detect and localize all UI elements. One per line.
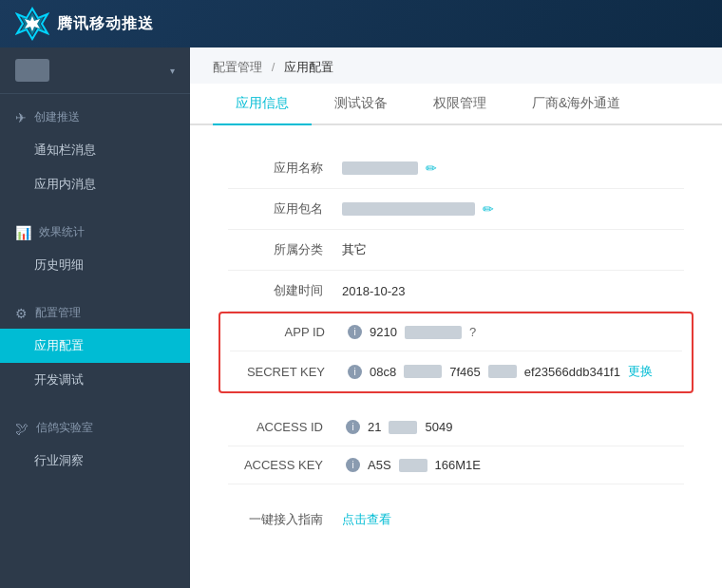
sidebar-user[interactable]: ▾ <box>0 47 190 94</box>
field-label-secret-key: SECRET KEY <box>230 365 344 379</box>
user-dropdown-arrow: ▾ <box>170 66 175 76</box>
package-name-blurred <box>342 202 475 216</box>
category-value: 其它 <box>342 241 367 258</box>
info-icon-app-id[interactable]: i <box>348 325 362 339</box>
field-category: 所属分类 其它 <box>228 230 684 271</box>
content-area: 配置管理 / 应用配置 应用信息 测试设备 权限管理 厂商&海外通道 应用名称 <box>190 47 722 588</box>
sidebar-section-lab: 🕊 信鸽实验室 行业洞察 <box>0 405 190 485</box>
access-key-prefix: A5S <box>368 458 391 472</box>
sidebar-group-create[interactable]: ✈ 创建推送 <box>0 102 190 133</box>
field-label-app-name: 应用名称 <box>228 160 342 177</box>
secret-key-blurred-2 <box>488 365 517 378</box>
created-time-value: 2018-10-23 <box>342 284 406 298</box>
edit-app-name-icon[interactable]: ✏ <box>426 161 437 176</box>
field-label-guide: 一键接入指南 <box>228 511 342 528</box>
field-value-package-name: ✏ <box>342 201 494 217</box>
sidebar-item-industry[interactable]: 行业洞察 <box>0 444 190 478</box>
secret-key-suffix: ef23566ddb341f1 <box>524 365 620 379</box>
access-id-suffix: 5049 <box>425 420 452 434</box>
sidebar-section-config: ⚙ 配置管理 应用配置 开发调试 <box>0 290 190 405</box>
access-key-blurred <box>399 459 428 472</box>
field-label-created-time: 创建时间 <box>228 282 342 299</box>
highlight-section: APP ID i 9210 ? SECRET KEY i 08c8 <box>218 312 694 393</box>
field-app-id: APP ID i 9210 ? <box>230 313 682 351</box>
access-id-prefix: 21 <box>368 420 381 434</box>
secret-key-prefix: 08c8 <box>370 365 396 379</box>
app-id-suffix: ? <box>469 325 476 339</box>
field-value-access-key: i A5S 166M1E <box>342 458 481 472</box>
sidebar-group-config-label: 配置管理 <box>35 305 81 321</box>
field-access-key: ACCESS KEY i A5S 166M1E <box>228 446 684 484</box>
config-icon: ⚙ <box>15 306 28 321</box>
logo-text: 腾讯移动推送 <box>57 14 154 34</box>
sidebar-group-config[interactable]: ⚙ 配置管理 <box>0 297 190 329</box>
tab-app-info[interactable]: 应用信息 <box>213 84 312 125</box>
tab-permissions[interactable]: 权限管理 <box>410 84 509 125</box>
access-key-suffix: 166M1E <box>435 458 481 472</box>
sidebar-group-create-label: 创建推送 <box>34 109 80 125</box>
field-value-category: 其它 <box>342 241 367 258</box>
info-icon-secret-key[interactable]: i <box>348 365 362 379</box>
sidebar-item-notification[interactable]: 通知栏消息 <box>0 133 190 167</box>
guide-link[interactable]: 点击查看 <box>342 511 391 528</box>
sidebar-item-history[interactable]: 历史明细 <box>0 248 190 282</box>
app-name-blurred <box>342 161 418 175</box>
logo-icon <box>15 7 49 41</box>
field-package-name: 应用包名 ✏ <box>228 189 684 230</box>
sidebar-group-lab[interactable]: 🕊 信鸽实验室 <box>0 412 190 444</box>
tab-vendor[interactable]: 厂商&海外通道 <box>509 84 643 125</box>
tab-bar: 应用信息 测试设备 权限管理 厂商&海外通道 <box>190 84 722 125</box>
field-label-access-key: ACCESS KEY <box>228 458 342 472</box>
logo-area: 腾讯移动推送 <box>15 7 154 41</box>
breadcrumb-current: 应用配置 <box>284 60 333 74</box>
field-value-app-id: i 9210 ? <box>344 325 476 339</box>
info-icon-access-key[interactable]: i <box>346 458 360 472</box>
access-id-blurred <box>389 421 417 434</box>
sidebar: ▾ ✈ 创建推送 通知栏消息 应用内消息 📊 效果统计 历史明细 <box>0 47 190 588</box>
sidebar-group-stats[interactable]: 📊 效果统计 <box>0 217 190 248</box>
sidebar-group-lab-label: 信鸽实验室 <box>36 420 93 436</box>
sidebar-item-dev-debug[interactable]: 开发调试 <box>0 363 190 397</box>
secret-key-mid: 7f465 <box>449 365 481 379</box>
main-layout: ▾ ✈ 创建推送 通知栏消息 应用内消息 📊 效果统计 历史明细 <box>0 47 722 588</box>
field-value-access-id: i 21 5049 <box>342 420 452 434</box>
field-access-id: ACCESS ID i 21 5049 <box>228 408 684 446</box>
app-header: 腾讯移动推送 <box>0 0 722 47</box>
breadcrumb-parent[interactable]: 配置管理 <box>213 60 262 74</box>
sidebar-section-create: ✈ 创建推送 通知栏消息 应用内消息 <box>0 94 190 209</box>
sidebar-item-app-config[interactable]: 应用配置 <box>0 329 190 363</box>
send-icon: ✈ <box>15 110 27 125</box>
breadcrumb: 配置管理 / 应用配置 <box>190 47 722 84</box>
content-panel: 应用名称 ✏ 应用包名 ✏ 所属分类 其它 <box>190 125 722 588</box>
section-divider-1 <box>228 393 684 408</box>
info-icon-access-id[interactable]: i <box>346 420 360 434</box>
field-value-created-time: 2018-10-23 <box>342 284 406 298</box>
user-avatar <box>15 59 49 82</box>
sidebar-section-stats: 📊 效果统计 历史明细 <box>0 209 190 290</box>
field-label-access-id: ACCESS ID <box>228 420 342 434</box>
field-guide: 一键接入指南 点击查看 <box>228 500 684 540</box>
secret-key-blurred-1 <box>404 365 442 378</box>
field-label-category: 所属分类 <box>228 241 342 258</box>
field-value-app-name: ✏ <box>342 161 437 176</box>
app-id-blurred <box>405 326 462 339</box>
field-value-secret-key: i 08c8 7f465 ef23566ddb341f1 更换 <box>344 363 653 380</box>
stats-icon: 📊 <box>15 225 31 240</box>
edit-package-name-icon[interactable]: ✏ <box>483 201 494 217</box>
breadcrumb-separator: / <box>272 60 276 74</box>
lab-icon: 🕊 <box>15 421 28 436</box>
field-label-app-id: APP ID <box>230 325 344 339</box>
field-created-time: 创建时间 2018-10-23 <box>228 271 684 312</box>
tab-test-device[interactable]: 测试设备 <box>312 84 410 125</box>
section-divider-2 <box>228 484 684 500</box>
field-secret-key: SECRET KEY i 08c8 7f465 ef23566ddb341f1 … <box>230 351 682 391</box>
app-id-prefix: 9210 <box>370 325 397 339</box>
sidebar-item-in-app[interactable]: 应用内消息 <box>0 167 190 201</box>
change-secret-key-link[interactable]: 更换 <box>628 363 653 380</box>
field-label-package-name: 应用包名 <box>228 200 342 218</box>
field-value-guide: 点击查看 <box>342 511 391 528</box>
sidebar-group-stats-label: 效果统计 <box>39 224 85 240</box>
field-app-name: 应用名称 ✏ <box>228 148 684 189</box>
